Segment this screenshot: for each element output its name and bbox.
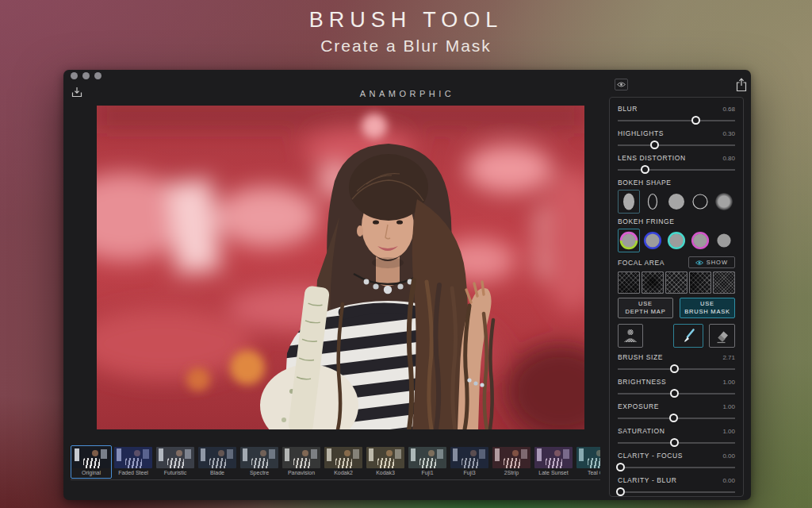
slider-row: SATURATION1.00 [618,427,735,447]
bokeh-fringe-plain[interactable] [713,229,735,252]
filter-name: Late Sunset [534,470,573,477]
slider-thumb[interactable] [691,116,700,125]
hero-text: BRUSH TOOL Create a Blur Mask [0,8,812,56]
bokeh-fringe-blue-glow[interactable] [642,229,664,252]
slider-value: 1.00 [722,403,735,410]
button-label-line: USE [619,300,672,308]
filter-thumbnail [534,447,573,468]
preview-toggle-button[interactable] [615,79,628,90]
filmstrip-item[interactable]: Faded Steel [113,445,154,479]
slider-track[interactable] [618,414,735,422]
focal-pattern-row [618,271,735,294]
eye-icon [695,260,703,265]
filmstrip-item[interactable]: Kodak2 [323,445,364,479]
filter-name: Futuristic [156,470,194,477]
filter-thumbnail [72,447,110,468]
filter-thumbnail [198,447,236,468]
bokeh-fringe-cyan-ring[interactable] [665,229,688,252]
filter-thumbnail [492,447,530,468]
slider-track[interactable] [618,364,735,373]
bokeh-shape-circle-outline[interactable] [689,190,711,214]
filmstrip-item[interactable]: Late Sunset [533,445,574,479]
filmstrip-item[interactable]: Spectre [239,445,280,479]
slider-track[interactable] [618,463,735,471]
filter-thumbnail [408,447,446,468]
filmstrip-item[interactable]: Teal O [575,445,600,479]
slider-thumb[interactable] [641,165,649,174]
button-label-line: DEPTH MAP [619,308,672,316]
filmstrip-item[interactable]: 2Strip [491,445,532,479]
filmstrip-item[interactable]: Kodak3 [365,445,406,479]
slider-label: BRIGHTNESS [618,378,666,386]
bokeh-fringe-magenta-green[interactable] [618,229,640,252]
slider-thumb[interactable] [670,389,679,398]
thumb-tint [114,447,152,468]
filter-name: Fuji3 [450,470,488,477]
page-subtitle: Create a Blur Mask [0,37,812,56]
filter-thumbnail [450,447,488,468]
zoom-button[interactable] [94,72,102,79]
focal-pattern-uniform[interactable] [665,271,688,294]
thumb-tint [282,447,320,468]
slider-track[interactable] [618,165,735,174]
slider-track[interactable] [618,389,735,398]
slider-thumb[interactable] [670,364,679,373]
bokeh-shape-label: BOKEH SHAPE [618,179,735,187]
button-label-line: BRUSH MASK [680,308,734,316]
slider-track[interactable] [618,140,735,149]
adjustments-panel: BLUR0.68HIGHLIGHTS0.30LENS DISTORTION0.8… [609,97,744,497]
slider-row: BLUR0.68 [618,105,735,125]
filmstrip-items: OriginalFaded SteelFuturisticBladeSpectr… [71,445,600,479]
minimize-button[interactable] [82,72,90,79]
slider-thumb[interactable] [670,438,679,447]
slider-track[interactable] [618,487,735,496]
filmstrip-item[interactable]: Panavision [281,445,322,479]
depth-person-button[interactable] [618,324,643,348]
use-depth-map-button[interactable]: USEDEPTH MAP [618,298,673,318]
slider-label: CLARITY - FOCUS [618,452,683,460]
slider-thumb[interactable] [650,140,659,149]
filmstrip-item[interactable]: Original [71,445,112,479]
slider-thumb[interactable] [669,414,678,422]
slider-thumb[interactable] [616,463,625,471]
button-label-line: USE [680,300,734,308]
filter-name: Kodak3 [366,470,404,477]
focal-pattern-fine-dots[interactable] [713,271,735,294]
focal-area-show-button[interactable]: SHOW [688,256,735,268]
filter-name: Spectre [240,470,278,477]
bokeh-shape-ellipse-filled[interactable] [618,190,640,214]
slider-track[interactable] [618,116,735,125]
image-canvas[interactable] [97,106,584,429]
brush-tool-button[interactable] [673,324,703,348]
slider-value: 0.68 [722,106,735,113]
page-title: BRUSH TOOL [0,8,812,33]
filmstrip-item[interactable]: Fuji1 [407,445,448,479]
bokeh-fringe-label: BOKEH FRINGE [618,217,735,225]
share-icon [736,78,747,92]
use-brush-mask-button[interactable]: USEBRUSH MASK [680,298,735,318]
slider-label: BLUR [618,105,638,113]
slider-track[interactable] [618,438,735,447]
filter-thumbnail [282,447,320,468]
close-button[interactable] [71,72,78,79]
thumb-tint [156,447,194,468]
filter-name: Kodak2 [324,470,362,477]
sliders-top-group: BLUR0.68HIGHLIGHTS0.30LENS DISTORTION0.8… [618,105,735,174]
eraser-tool-button[interactable] [709,324,735,348]
bokeh-fringe-magenta-ring[interactable] [689,229,711,252]
bokeh-shape-circle-soft[interactable] [713,190,735,214]
focal-pattern-left-fade[interactable] [689,271,711,294]
focal-pattern-bottom-fade[interactable] [618,271,640,294]
bokeh-shape-circle-filled[interactable] [665,190,688,214]
thumb-tint [366,447,404,468]
photo-blur-mask-preview [97,106,584,429]
slider-thumb[interactable] [616,487,625,496]
bokeh-shape-ellipse-outline[interactable] [642,190,664,214]
focal-pattern-center-dark[interactable] [642,271,664,294]
slider-row: CLARITY - FOCUS0.00 [618,452,735,471]
filmstrip-item[interactable]: Futuristic [155,445,196,479]
share-button[interactable] [735,77,748,92]
thumb-light [75,448,79,461]
filmstrip-item[interactable]: Blade [197,445,238,479]
filmstrip-item[interactable]: Fuji3 [449,445,490,479]
